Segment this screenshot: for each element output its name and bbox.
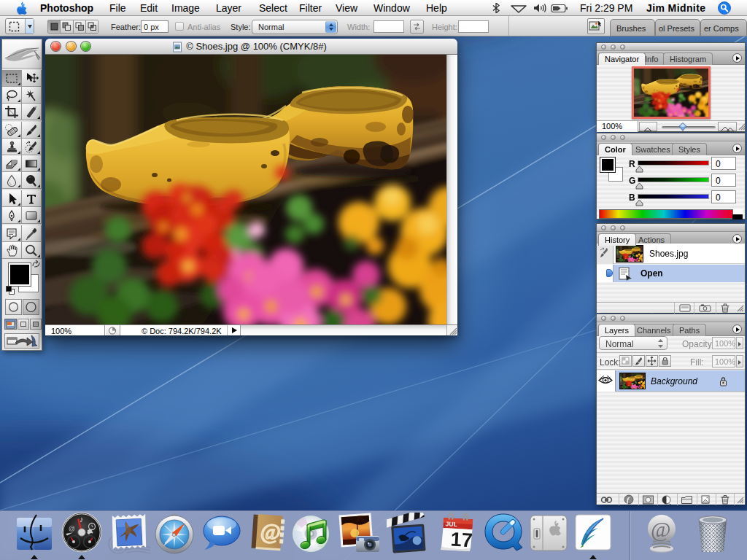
svg-text:@: @: [69, 525, 75, 532]
svg-text:@: @: [651, 517, 671, 542]
svg-text:17: 17: [450, 529, 473, 552]
svg-text:♪: ♪: [80, 515, 84, 524]
svg-text:JUL: JUL: [445, 520, 457, 528]
svg-text:@: @: [260, 518, 282, 545]
